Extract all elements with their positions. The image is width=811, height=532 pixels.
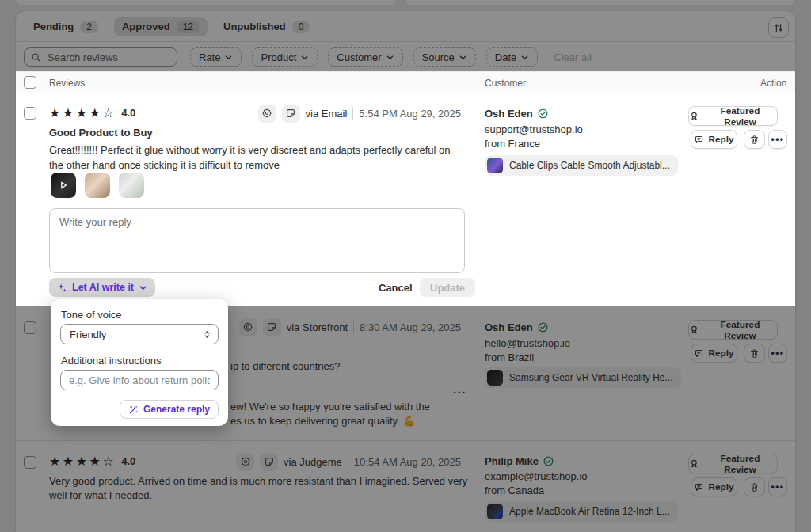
star-rating: ★★★★☆ 4.0 (49, 106, 135, 120)
review-media-photo-1[interactable] (85, 173, 110, 198)
magic-wand-icon (128, 405, 139, 415)
tone-of-voice-label: Tone of voice (61, 309, 122, 321)
select-all-checkbox[interactable] (24, 76, 36, 89)
reply-editor (49, 208, 465, 273)
note-icon (285, 108, 296, 119)
table-header (16, 71, 795, 93)
review-timestamp: 5:54 PM Aug 29, 2025 (359, 108, 461, 120)
dim-overlay-left (0, 71, 16, 306)
customer-email: support@trustshop.io (485, 124, 583, 135)
play-icon (57, 179, 70, 192)
customer-name: Osh Eden (485, 108, 549, 120)
additional-instructions-label: Additional instructions (61, 355, 161, 367)
column-header-customer: Customer (485, 78, 526, 89)
verified-badge-icon (537, 108, 549, 120)
featured-review-button[interactable]: Featured Review (688, 106, 778, 126)
select-stepper-icon (202, 329, 212, 340)
product-chip[interactable]: Cable Clips Cable Smooth Adjustabl... (485, 155, 678, 176)
review-meta: via Email 5:54 PM Aug 29, 2025 (258, 104, 461, 123)
internal-note-button[interactable] (282, 104, 300, 123)
more-actions-button[interactable]: ••• (768, 130, 787, 149)
rating-value: 4.0 (121, 106, 135, 120)
stars-glyphs: ★★★★☆ (49, 106, 116, 120)
award-icon (689, 111, 699, 121)
review-media-photo-2[interactable] (119, 173, 144, 198)
let-ai-write-button[interactable]: Let AI write it (49, 278, 155, 297)
gear-icon (261, 108, 272, 119)
dim-overlay-right (795, 71, 811, 306)
auto-publish-gear-button[interactable] (258, 104, 276, 123)
chevron-down-icon (139, 283, 147, 292)
product-name: Cable Clips Cable Smooth Adjustabl... (509, 160, 670, 171)
meta-divider (352, 107, 353, 120)
review-source: via Email (306, 108, 348, 120)
reply-button[interactable]: Reply (691, 130, 737, 149)
tone-select[interactable]: Friendly (60, 324, 219, 344)
ai-sparkle-icon (57, 283, 67, 293)
review-media-video[interactable] (51, 173, 76, 198)
cancel-button[interactable]: Cancel (374, 278, 417, 297)
review-body: Great!!!!!!!! Perfect it glue without wo… (49, 142, 467, 173)
generate-reply-label: Generate reply (143, 404, 210, 415)
row-checkbox[interactable] (24, 107, 36, 120)
generate-reply-button[interactable]: Generate reply (120, 400, 219, 419)
ai-write-popover: Tone of voice Friendly Additional instru… (51, 299, 228, 426)
update-button-disabled[interactable]: Update (420, 278, 475, 297)
ai-button-label: Let AI write it (72, 282, 134, 293)
column-header-action: Action (760, 78, 786, 89)
reply-textarea[interactable] (59, 216, 455, 265)
trash-icon (749, 135, 760, 145)
customer-location: from France (485, 138, 540, 150)
product-thumbnail (487, 158, 503, 173)
reviews-page: Pending 2 Approved 12 Unpublished 0 Rate… (0, 0, 811, 532)
delete-button[interactable] (744, 130, 765, 149)
tone-selected-value: Friendly (70, 329, 106, 340)
instructions-input[interactable] (60, 370, 219, 390)
review-title: Good Product to Buy (49, 127, 153, 139)
dim-overlay-top (0, 0, 811, 71)
column-header-reviews: Reviews (49, 78, 85, 89)
reply-bubble-icon (694, 135, 704, 145)
